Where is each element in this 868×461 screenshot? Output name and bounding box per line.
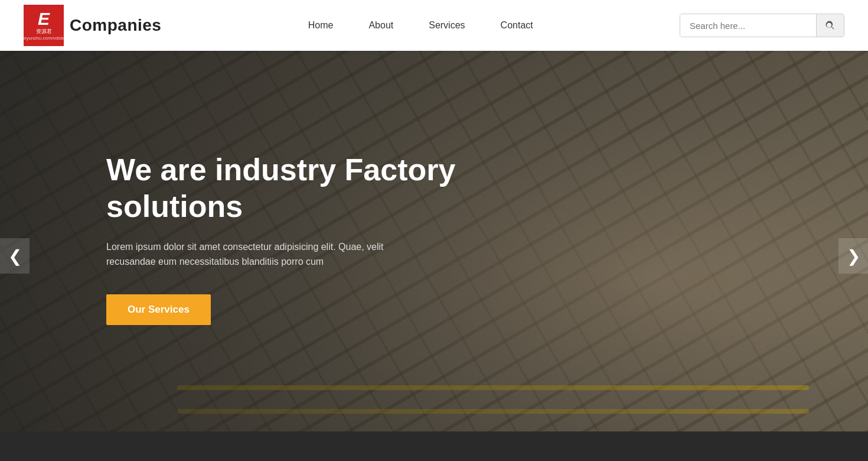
slider-next-button[interactable]: ❯ xyxy=(838,238,868,274)
slider-prev-button[interactable]: ❮ xyxy=(0,238,30,274)
logo-area: E 资源君 eyunzhu.com/vdisk Companies xyxy=(24,5,161,46)
chevron-right-icon: ❯ xyxy=(847,246,860,266)
footer-bar xyxy=(0,431,868,461)
logo-company-name: Companies xyxy=(64,5,161,46)
hero-section: We are industry Factory solutions Lorem … xyxy=(0,0,868,461)
hero-subtitle: Lorem ipsum dolor sit amet consectetur a… xyxy=(106,239,425,270)
chevron-left-icon: ❮ xyxy=(8,246,22,266)
nav-home[interactable]: Home xyxy=(291,0,351,51)
our-services-button[interactable]: Our Services xyxy=(106,294,211,325)
logo-chinese: 资源君 xyxy=(36,28,52,35)
search-button[interactable] xyxy=(816,14,844,37)
header: E 资源君 eyunzhu.com/vdisk Companies Home A… xyxy=(0,0,868,51)
hero-content: We are industry Factory solutions Lorem … xyxy=(0,51,868,461)
nav-contact[interactable]: Contact xyxy=(483,0,551,51)
search-area xyxy=(680,14,844,37)
logo-badge: E 资源君 eyunzhu.com/vdisk xyxy=(24,5,64,46)
hero-title: We are industry Factory solutions xyxy=(106,151,472,225)
search-icon xyxy=(825,20,836,31)
logo-url: eyunzhu.com/vdisk xyxy=(24,35,64,41)
main-nav: Home About Services Contact xyxy=(291,0,551,51)
nav-services[interactable]: Services xyxy=(411,0,482,51)
nav-about[interactable]: About xyxy=(351,0,411,51)
search-input[interactable] xyxy=(680,15,816,37)
logo-letter: E xyxy=(38,10,50,28)
